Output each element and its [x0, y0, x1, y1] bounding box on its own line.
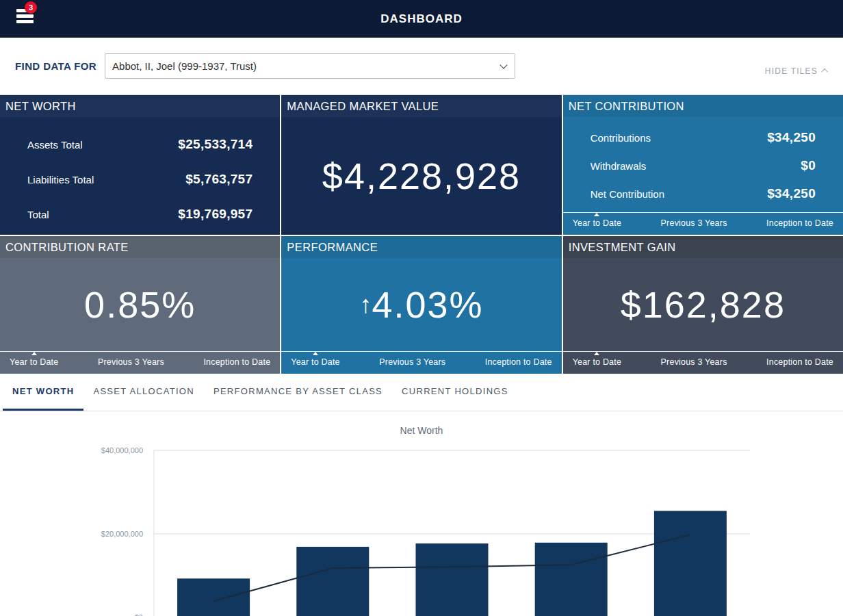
contribution-rate-value: 0.85% [0, 258, 280, 351]
row-value: $25,533,714 [178, 137, 252, 152]
tile-performance: PERFORMANCE ↑ 4.03% Year to Date Previou… [281, 236, 561, 374]
performance-percent: 4.03% [372, 283, 483, 326]
net-contribution-row-net: Net Contribution $34,250 [563, 186, 843, 201]
period-inception-to-date[interactable]: Inception to Date [766, 357, 833, 367]
tab-net-worth[interactable]: NET WORTH [3, 374, 83, 411]
bar [535, 543, 608, 616]
period-selector: Year to Date Previous 3 Years Inception … [0, 351, 280, 374]
page-title: DASHBOARD [380, 12, 463, 26]
top-bar: 3 DASHBOARD [0, 0, 843, 38]
net-contribution-row-withdrawals: Withdrawals $0 [563, 158, 843, 173]
period-year-to-date[interactable]: Year to Date [573, 218, 621, 228]
row-value: $34,250 [767, 186, 816, 201]
y-tick-label: $0 [135, 613, 143, 616]
net-worth-row-total: Total $19,769,957 [0, 207, 280, 222]
hide-tiles-button[interactable]: HIDE TILES [765, 66, 828, 76]
chevron-up-icon [821, 68, 828, 75]
row-value: $34,250 [767, 130, 816, 145]
y-tick-label: $20,000,000 [101, 530, 143, 538]
tile-title: NET CONTRIBUTION [563, 95, 843, 117]
tile-net-worth: NET WORTH Assets Total $25,533,714 Liabi… [0, 95, 280, 235]
net-worth-chart: $40,000,000$20,000,000$0 [0, 411, 843, 616]
tile-title: INVESTMENT GAIN [563, 236, 843, 258]
managed-market-value-amount: $4,228,928 [281, 117, 561, 235]
client-select[interactable]: Abbot, II, Joel (999-1937, Trust) [105, 53, 515, 79]
net-worth-row-liabilities: Liabilities Total $5,763,757 [0, 172, 280, 187]
tile-managed-market-value: MANAGED MARKET VALUE $4,228,928 [281, 95, 561, 235]
hide-tiles-label: HIDE TILES [765, 66, 818, 76]
period-selector: Year to Date Previous 3 Years Inception … [563, 351, 843, 374]
menu-bar [16, 14, 34, 18]
find-data-for-label: FIND DATA FOR [15, 60, 96, 72]
period-previous-3-years[interactable]: Previous 3 Years [661, 357, 727, 367]
net-contribution-row-contributions: Contributions $34,250 [563, 130, 843, 145]
tile-title: MANAGED MARKET VALUE [281, 95, 561, 117]
period-selector: Year to Date Previous 3 Years Inception … [281, 351, 561, 374]
investment-gain-value: $162,828 [563, 258, 843, 351]
bar [177, 578, 250, 616]
tile-title: NET WORTH [0, 95, 280, 117]
period-year-to-date[interactable]: Year to Date [291, 357, 339, 367]
row-value: $0 [801, 158, 816, 173]
period-year-to-date[interactable]: Year to Date [10, 357, 58, 367]
tile-investment-gain: INVESTMENT GAIN $162,828 Year to Date Pr… [563, 236, 843, 374]
up-arrow-icon: ↑ [359, 290, 372, 319]
row-value: $19,769,957 [178, 207, 252, 222]
menu-bar [16, 20, 34, 23]
row-label: Withdrawals [591, 160, 647, 172]
notification-badge: 3 [25, 1, 37, 14]
row-label: Liabilities Total [27, 174, 94, 185]
tab-current-holdings[interactable]: CURRENT HOLDINGS [392, 374, 518, 411]
row-value: $5,763,757 [185, 172, 252, 187]
tile-net-contribution: NET CONTRIBUTION Contributions $34,250 W… [563, 95, 843, 235]
net-worth-row-assets: Assets Total $25,533,714 [0, 137, 280, 152]
period-year-to-date[interactable]: Year to Date [573, 357, 621, 367]
period-previous-3-years[interactable]: Previous 3 Years [661, 218, 727, 228]
kpi-tiles: NET WORTH Assets Total $25,533,714 Liabi… [0, 95, 843, 374]
bar [416, 543, 489, 616]
bar [296, 547, 369, 616]
row-label: Assets Total [27, 139, 83, 151]
tile-title: CONTRIBUTION RATE [0, 236, 280, 258]
period-previous-3-years[interactable]: Previous 3 Years [98, 357, 164, 367]
section-tabs: NET WORTH ASSET ALLOCATION PERFORMANCE B… [0, 374, 843, 411]
performance-value: ↑ 4.03% [281, 258, 561, 351]
tab-performance-by-asset-class[interactable]: PERFORMANCE BY ASSET CLASS [204, 374, 392, 411]
net-worth-chart-section: Net Worth $40,000,000$20,000,000$0 [0, 411, 843, 616]
row-label: Net Contribution [591, 188, 664, 200]
row-label: Contributions [591, 132, 651, 144]
dashboard-app: 3 DASHBOARD FIND DATA FOR Abbot, II, Joe… [0, 0, 843, 616]
tab-asset-allocation[interactable]: ASSET ALLOCATION [83, 374, 203, 411]
period-inception-to-date[interactable]: Inception to Date [766, 218, 833, 228]
period-inception-to-date[interactable]: Inception to Date [485, 357, 552, 367]
client-select-wrap: Abbot, II, Joel (999-1937, Trust) [105, 53, 515, 79]
period-previous-3-years[interactable]: Previous 3 Years [379, 357, 445, 367]
period-inception-to-date[interactable]: Inception to Date [203, 357, 270, 367]
tile-contribution-rate: CONTRIBUTION RATE 0.85% Year to Date Pre… [0, 236, 280, 374]
y-tick-label: $40,000,000 [101, 446, 143, 454]
row-label: Total [27, 209, 49, 220]
period-selector: Year to Date Previous 3 Years Inception … [563, 212, 843, 235]
find-data-bar: FIND DATA FOR Abbot, II, Joel (999-1937,… [0, 38, 843, 95]
tile-title: PERFORMANCE [281, 236, 561, 258]
bar [654, 511, 727, 616]
